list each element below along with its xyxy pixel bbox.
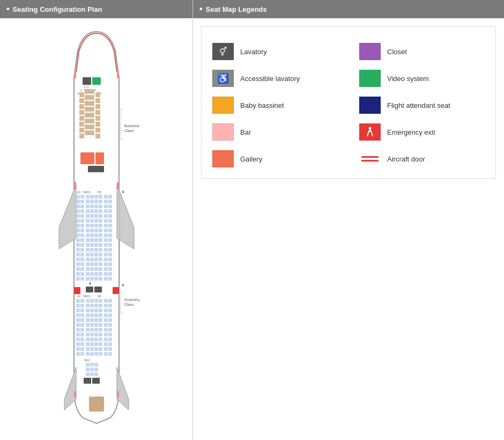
svg-rect-324 [92,378,100,384]
svg-rect-163 [86,253,90,256]
svg-rect-289 [76,342,80,346]
svg-rect-293 [94,342,98,346]
legend-video: Video system [359,70,485,87]
svg-rect-223 [104,299,108,303]
svg-rect-100 [90,214,94,218]
svg-rect-279 [104,333,108,336]
aircraft-door-label: Aircraft door [387,155,425,163]
svg-rect-280 [108,333,112,336]
svg-rect-73 [76,200,80,203]
svg-rect-182 [99,262,102,266]
svg-rect-199 [104,272,108,276]
svg-rect-228 [90,304,94,307]
svg-rect-191 [104,267,108,271]
svg-rect-33 [85,119,90,123]
svg-rect-308 [90,352,94,356]
left-panel-title: Seating Configuration Plan [13,5,102,13]
svg-rect-17 [85,95,90,100]
svg-rect-16 [79,98,84,103]
svg-rect-209 [74,287,80,293]
svg-rect-237 [94,309,98,312]
svg-rect-36 [79,128,84,133]
svg-rect-310 [99,352,102,356]
svg-rect-243 [86,313,90,317]
svg-rect-303 [104,347,108,351]
svg-rect-276 [90,333,94,336]
svg-text:HK: HK [98,295,102,298]
svg-rect-200 [108,272,112,276]
svg-rect-274 [80,333,84,336]
svg-rect-246 [99,313,102,317]
svg-rect-154 [80,248,84,252]
legend-container: ⚥ Lavatory Closet ♿ Accessible lavatory [201,26,496,179]
svg-rect-117 [94,224,98,228]
svg-rect-120 [108,224,112,228]
svg-rect-147 [86,243,90,247]
svg-rect-194 [80,272,84,276]
svg-rect-79 [104,200,108,203]
svg-rect-18 [90,95,94,100]
svg-rect-71 [104,195,108,199]
svg-rect-50 [95,152,104,164]
svg-rect-116 [90,224,94,228]
svg-rect-105 [76,219,80,223]
svg-rect-81 [76,204,80,208]
svg-rect-84 [90,204,94,208]
svg-rect-309 [94,352,98,356]
svg-line-335 [372,133,373,136]
svg-rect-212 [94,287,102,292]
svg-rect-172 [90,258,94,261]
svg-rect-167 [104,253,108,256]
svg-rect-108 [90,219,94,223]
lavatory-icon: ⚥ [212,43,234,60]
svg-rect-233 [76,309,80,312]
svg-rect-284 [90,338,94,341]
svg-rect-144 [108,238,112,242]
svg-rect-19 [95,98,100,103]
svg-rect-226 [80,304,84,307]
svg-rect-251 [86,318,90,322]
svg-rect-222 [99,299,102,303]
svg-rect-253 [94,318,98,322]
svg-rect-296 [108,342,112,346]
svg-rect-95 [104,209,108,213]
svg-rect-241 [76,313,80,317]
svg-rect-20 [79,104,84,109]
svg-rect-272 [108,328,112,332]
svg-rect-270 [99,328,102,332]
svg-rect-137 [76,238,80,242]
right-panel-title: Seat Map Legends [206,5,267,13]
svg-text:Class: Class [124,303,134,306]
svg-rect-85 [94,204,98,208]
svg-rect-218 [80,299,84,303]
svg-rect-185 [76,267,80,271]
svg-rect-109 [94,219,98,223]
svg-rect-235 [86,309,90,312]
svg-rect-150 [99,243,102,247]
svg-rect-292 [90,342,94,346]
svg-rect-316 [94,363,98,366]
svg-rect-177 [76,262,80,266]
svg-rect-325 [89,397,104,412]
svg-text:DEG: DEG [84,358,90,362]
svg-rect-93 [94,209,98,213]
svg-rect-286 [99,338,102,341]
svg-rect-141 [94,238,98,242]
svg-rect-320 [86,372,90,376]
svg-rect-180 [90,262,94,266]
svg-rect-83 [86,204,90,208]
svg-rect-25 [85,107,90,112]
svg-rect-205 [94,277,98,281]
svg-rect-248 [108,313,112,317]
svg-point-331 [369,127,372,130]
svg-rect-189 [94,267,98,271]
svg-rect-2 [83,77,91,85]
lavatory-label: Lavatory [240,48,267,56]
svg-rect-273 [76,333,80,336]
svg-rect-278 [99,333,102,336]
svg-rect-31 [95,116,100,121]
svg-rect-197 [94,272,98,276]
svg-rect-227 [86,304,90,307]
svg-rect-176 [108,258,112,261]
svg-rect-145 [76,243,80,247]
